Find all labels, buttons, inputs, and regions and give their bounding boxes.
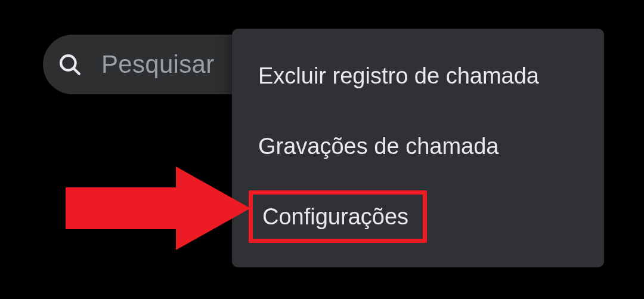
svg-marker-2	[66, 167, 250, 250]
annotation-arrow-icon	[66, 167, 250, 250]
svg-line-1	[74, 69, 79, 74]
search-placeholder: Pesquisar	[101, 50, 214, 79]
menu-item-label: Excluir registro de chamada	[258, 64, 539, 87]
menu-item-settings[interactable]: Configurações	[232, 181, 604, 252]
menu-item-call-recordings[interactable]: Gravações de chamada	[232, 111, 604, 181]
menu-item-delete-call-log[interactable]: Excluir registro de chamada	[232, 41, 604, 111]
menu-item-label: Gravações de chamada	[258, 135, 499, 158]
annotation-highlight-box: Configurações	[249, 190, 427, 243]
search-icon	[57, 52, 82, 77]
overflow-menu: Excluir registro de chamada Gravações de…	[232, 29, 604, 267]
menu-item-label: Configurações	[262, 204, 408, 229]
